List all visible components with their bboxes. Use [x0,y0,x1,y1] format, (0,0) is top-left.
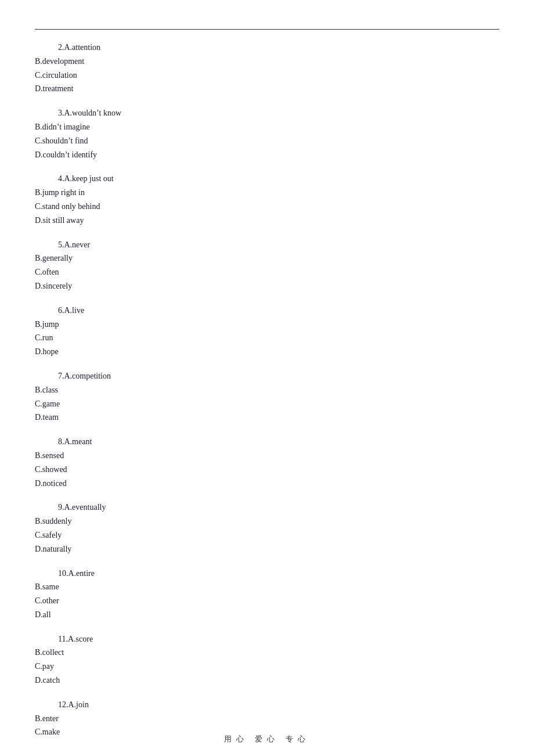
q11-option-a: 11.A.score [58,632,499,646]
q9-option-d: D.naturally [35,542,499,556]
q3-option-c: C.shouldn’t find [35,134,499,148]
question-11: 11.A.score B.collect C.pay D.catch [35,632,499,687]
q5-option-a: 5.A.never [58,238,499,252]
q6-option-c: C.run [35,331,499,345]
q3-option-d: D.couldn’t identify [35,148,499,162]
q4-option-b: B.jump right in [35,186,499,200]
q4-option-d: D.sit still away [35,214,499,228]
q5-option-c: C.often [35,265,499,279]
q2-option-b: B.development [35,55,499,69]
question-4: 4.A.keep just out B.jump right in C.stan… [35,172,499,227]
question-5: 5.A.never B.generally C.often D.sincerel… [35,238,499,293]
q2-option-d: D.treatment [35,82,499,96]
q8-option-a: 8.A.meant [58,435,499,449]
q8-option-b: B.sensed [35,449,499,463]
question-9: 9.A.eventually B.suddenly C.safely D.nat… [35,501,499,556]
q5-option-b: B.generally [35,251,499,265]
question-8: 8.A.meant B.sensed C.showed D.noticed [35,435,499,490]
q5-option-d: D.sincerely [35,279,499,293]
q10-option-a: 10.A.entire [58,567,499,581]
question-2: 2.A.attention B.development C.circulatio… [35,41,499,96]
q3-option-b: B.didn’t imagine [35,120,499,134]
q8-option-c: C.showed [35,463,499,477]
q7-option-d: D.team [35,411,499,424]
q3-option-a: 3.A.wouldn’t know [58,106,499,120]
question-10: 10.A.entire B.same C.other D.all [35,567,499,622]
q8-option-d: D.noticed [35,477,499,491]
content-area: 2.A.attention B.development C.circulatio… [35,41,499,750]
q2-option-c: C.circulation [35,69,499,82]
q7-option-a: 7.A.competition [58,369,499,383]
top-divider [35,29,499,30]
q6-option-d: D.hope [35,345,499,359]
footer-text: 用心 爱心 专心 [0,734,534,744]
q11-option-d: D.catch [35,674,499,687]
q11-option-b: B.collect [35,646,499,660]
q4-option-c: C.stand only behind [35,200,499,214]
q9-option-b: B.suddenly [35,514,499,528]
question-3: 3.A.wouldn’t know B.didn’t imagine C.sho… [35,106,499,161]
q6-option-b: B.jump [35,318,499,332]
question-7: 7.A.competition B.class C.game D.team [35,369,499,424]
q7-option-c: C.game [35,397,499,411]
q9-option-c: C.safely [35,528,499,542]
q2-option-a: 2.A.attention [58,41,499,55]
q9-option-a: 9.A.eventually [58,501,499,514]
q10-option-b: B.same [35,580,499,594]
q12-option-a: 12.A.join [58,698,499,712]
q4-option-a: 4.A.keep just out [58,172,499,186]
question-6: 6.A.live B.jump C.run D.hope [35,304,499,359]
q6-option-a: 6.A.live [58,304,499,318]
q12-option-b: B.enter [35,712,499,726]
q7-option-b: B.class [35,383,499,397]
q10-option-d: D.all [35,608,499,622]
q11-option-c: C.pay [35,660,499,674]
question-12: 12.A.join B.enter C.make [35,698,499,739]
q10-option-c: C.other [35,594,499,608]
